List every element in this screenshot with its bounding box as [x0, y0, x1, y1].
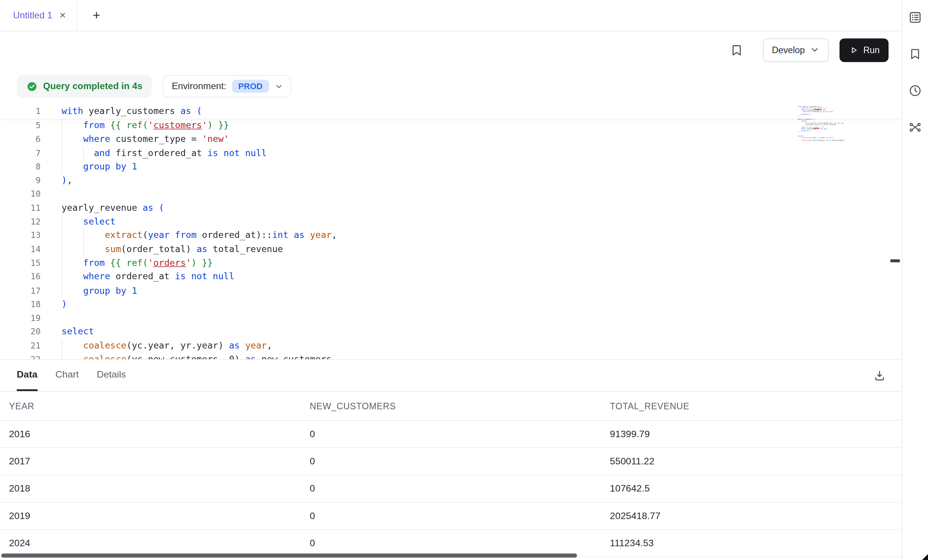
- column-header-new-customers: NEW_CUSTOMERS: [301, 401, 601, 411]
- indent-guide: [62, 270, 62, 284]
- play-icon: [848, 45, 859, 55]
- tab-label: Untitled 1: [13, 10, 52, 21]
- code-line[interactable]: 19: [0, 311, 902, 325]
- line-number: 14: [0, 243, 41, 256]
- code-line[interactable]: 6 where customer_type = 'new': [0, 132, 902, 146]
- horizontal-scrollbar: [0, 552, 902, 560]
- table-row: 20170550011.22: [0, 448, 902, 475]
- code-line[interactable]: 9),: [0, 174, 902, 187]
- table-row: 201902025418.77: [0, 503, 902, 530]
- line-number: 9: [0, 174, 41, 187]
- environment-select[interactable]: Environment: PROD: [163, 75, 291, 98]
- code-line[interactable]: 10: [0, 187, 902, 201]
- line-number: 5: [0, 119, 41, 132]
- table-cell: 2025418.77: [601, 511, 902, 521]
- code-line[interactable]: 12 select: [0, 215, 902, 229]
- table-cell: 0: [301, 538, 601, 549]
- tab-chart[interactable]: Chart: [56, 360, 79, 391]
- line-number: 8: [0, 160, 41, 174]
- line-number: 22: [0, 353, 41, 359]
- chevron-down-icon: [274, 82, 283, 91]
- table-row: 2016091399.79: [0, 421, 902, 448]
- sticky-line[interactable]: 1with yearly_customers as (: [0, 104, 902, 119]
- tab-bar: Untitled 1 × +: [0, 0, 902, 31]
- line-number: 16: [0, 270, 41, 284]
- code-editor[interactable]: 5 from {{ ref('customers') }}6 where cus…: [0, 104, 902, 359]
- editor-panel-button[interactable]: [908, 11, 922, 24]
- indent-guide: [83, 146, 84, 160]
- code-line[interactable]: 14 sum(order_total) as total_revenue: [0, 243, 902, 256]
- bookmark-rail-button[interactable]: [908, 47, 922, 61]
- bookmark-button[interactable]: [727, 41, 746, 59]
- indent-guide: [83, 243, 84, 256]
- table-cell: 550011.22: [601, 456, 902, 467]
- line-number: 21: [0, 339, 41, 353]
- code-line[interactable]: 16 where ordered_at is not null: [0, 270, 902, 284]
- table-cell: 0: [301, 511, 601, 521]
- table-cell: 0: [301, 483, 601, 494]
- code-line[interactable]: 13 extract(year from ordered_at)::int as…: [0, 229, 902, 243]
- indent-guide: [62, 215, 62, 229]
- table-cell: 111234.53: [601, 538, 902, 549]
- new-tab-button[interactable]: +: [88, 7, 105, 24]
- code-line[interactable]: 8 group by 1: [0, 160, 902, 174]
- code-lines[interactable]: 5 from {{ ref('customers') }}6 where cus…: [0, 119, 902, 359]
- run-button[interactable]: Run: [840, 38, 889, 62]
- status-row: Query completed in 4s Environment: PROD: [0, 68, 902, 104]
- table-cell: 2016: [0, 429, 301, 440]
- code-line[interactable]: 20select: [0, 325, 902, 339]
- download-button[interactable]: [871, 366, 889, 384]
- column-header-year: YEAR: [0, 401, 301, 411]
- indent-guide: [62, 160, 62, 174]
- table-row: 20180107642.5: [0, 475, 902, 503]
- minimap[interactable]: with yearly_customers as ( from {{ ref('…: [798, 106, 845, 148]
- results-table-body: 2016091399.7920170550011.2220180107642.5…: [0, 421, 902, 557]
- results-tabs: Data Chart Details: [0, 360, 902, 391]
- table-cell: 0: [301, 429, 601, 440]
- code-line[interactable]: 22 coalesce(yc.new_customers, 0) as new_…: [0, 353, 902, 359]
- tab-data[interactable]: Data: [17, 360, 38, 391]
- editor-panel-icon: [908, 11, 922, 24]
- indent-guide: [83, 229, 84, 243]
- code-line[interactable]: 5 from {{ ref('customers') }}: [0, 119, 902, 132]
- results-panel: Data Chart Details YEAR NEW_CUSTOMERS TO…: [0, 359, 902, 560]
- toolbar: Develop Run: [0, 31, 902, 68]
- line-number: 1: [0, 104, 41, 118]
- scroll-corner: [922, 554, 928, 560]
- develop-button[interactable]: Develop: [763, 38, 829, 62]
- history-button[interactable]: [908, 84, 922, 98]
- develop-label: Develop: [772, 45, 805, 55]
- tab-untitled-1[interactable]: Untitled 1 ×: [0, 0, 77, 31]
- table-cell: 0: [301, 456, 601, 467]
- indent-guide: [62, 339, 62, 353]
- indent-guide: [62, 146, 62, 160]
- code-line[interactable]: 18): [0, 298, 902, 311]
- bookmark-icon: [908, 47, 922, 61]
- code-line[interactable]: 21 coalesce(yc.year, yr.year) as year,: [0, 339, 902, 353]
- query-status-text: Query completed in 4s: [43, 81, 142, 92]
- bookmark-icon: [729, 43, 743, 57]
- tab-details[interactable]: Details: [97, 360, 126, 391]
- close-icon[interactable]: ×: [59, 10, 65, 21]
- download-icon: [873, 369, 886, 382]
- column-header-total-revenue: TOTAL_REVENUE: [601, 401, 902, 411]
- ide-window: Untitled 1 × + Develop Run: [0, 0, 928, 560]
- table-cell: 2018: [0, 483, 301, 494]
- line-number: 12: [0, 215, 41, 229]
- line-number: 15: [0, 256, 41, 270]
- code-line[interactable]: 11yearly_revenue as (: [0, 201, 902, 215]
- check-circle-icon: [26, 81, 38, 92]
- indent-guide: [62, 229, 62, 243]
- code-line[interactable]: 15 from {{ ref('orders') }}: [0, 256, 902, 270]
- overview-ruler-cursor: [890, 259, 900, 262]
- code-line[interactable]: 1with yearly_customers as (: [0, 104, 902, 118]
- run-label: Run: [863, 45, 880, 55]
- code-line[interactable]: 7 and first_ordered_at is not null: [0, 146, 902, 160]
- indent-guide: [62, 243, 62, 256]
- horizontal-scrollbar-thumb[interactable]: [1, 553, 577, 558]
- code-line[interactable]: 17 group by 1: [0, 284, 902, 298]
- lineage-button[interactable]: [908, 120, 922, 134]
- line-number: 6: [0, 132, 41, 146]
- line-number: 7: [0, 146, 41, 160]
- line-number: 18: [0, 298, 41, 311]
